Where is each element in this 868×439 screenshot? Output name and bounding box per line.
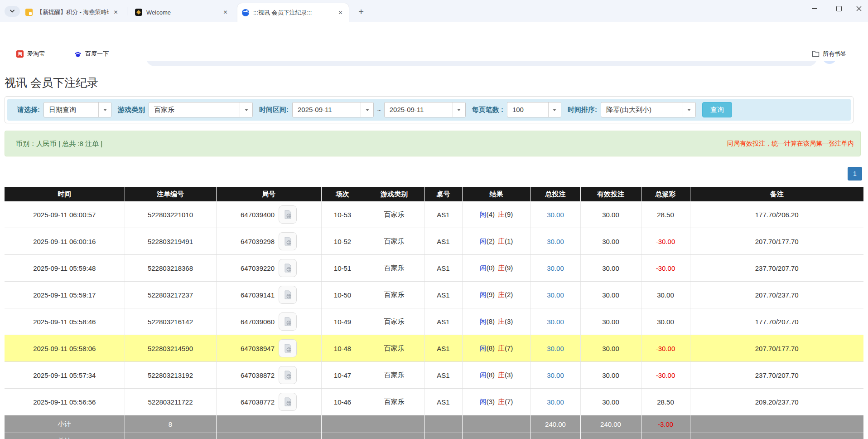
valid-bet-cell: 30.00 bbox=[580, 282, 641, 308]
note-cell: 209.20/237.70 bbox=[690, 389, 863, 415]
game-type-select[interactable]: 百家乐 bbox=[149, 102, 253, 117]
total-bet-link[interactable]: 30.00 bbox=[547, 345, 564, 352]
chevron-down-icon[interactable] bbox=[361, 102, 373, 117]
time-sort-value: 降幂(由大到小) bbox=[601, 102, 683, 117]
round-id: 647039298 bbox=[241, 238, 275, 245]
search-button[interactable]: 查询 bbox=[702, 102, 732, 117]
result-banker: 庄 bbox=[498, 264, 505, 272]
bet-time-cell: 2025-09-11 05:58:06 bbox=[5, 335, 125, 362]
date-from-select[interactable]: 2025-09-11 bbox=[292, 102, 374, 117]
page-size-value: 100 bbox=[507, 102, 548, 117]
summary-empty-cell bbox=[462, 415, 530, 433]
baidu-icon bbox=[74, 50, 82, 58]
summary-empty-cell bbox=[424, 433, 462, 439]
all-bookmarks-button[interactable]: 所有书签 bbox=[809, 49, 849, 59]
summary-empty-cell bbox=[216, 433, 321, 439]
result-player-value: (0) bbox=[487, 264, 495, 272]
filter-panel: 请选择: 日期查询 游戏类别 百家乐 时间区间: 2025-09-11 ~ 20… bbox=[5, 96, 854, 123]
close-icon[interactable]: ✕ bbox=[112, 9, 120, 16]
video-record-icon bbox=[283, 263, 293, 273]
summary-empty-cell bbox=[321, 433, 364, 439]
total-bet-link[interactable]: 30.00 bbox=[547, 318, 564, 326]
bookmark-taobao[interactable]: 淘 爱淘宝 bbox=[14, 49, 48, 59]
result-banker: 庄 bbox=[498, 398, 505, 405]
video-record-button[interactable] bbox=[279, 232, 297, 250]
bookmarks-divider bbox=[803, 50, 803, 58]
total-bet-link[interactable]: 30.00 bbox=[547, 291, 564, 299]
result-cell: 闲(8)庄(3) bbox=[462, 362, 530, 389]
result-player: 闲 bbox=[480, 317, 487, 325]
minimize-button[interactable] bbox=[805, 2, 825, 15]
bet-time-cell: 2025-09-11 06:00:57 bbox=[5, 201, 125, 228]
header-session: 场次 bbox=[321, 187, 364, 201]
bookmarks-bar: 淘 爱淘宝 百度一下 所有书签 bbox=[0, 47, 868, 61]
date-to-select[interactable]: 2025-09-11 bbox=[384, 102, 466, 117]
video-record-button[interactable] bbox=[279, 312, 297, 331]
new-tab-button[interactable]: + bbox=[355, 6, 367, 18]
video-record-button[interactable] bbox=[279, 393, 297, 411]
chevron-down-icon[interactable] bbox=[453, 102, 465, 117]
tab-divider bbox=[127, 7, 127, 15]
result-player: 闲 bbox=[480, 291, 487, 298]
date-from-value: 2025-09-11 bbox=[293, 102, 361, 117]
video-record-button[interactable] bbox=[279, 339, 297, 357]
chevron-down-icon[interactable] bbox=[240, 102, 252, 117]
bet-time-cell: 2025-09-11 05:59:48 bbox=[5, 255, 125, 282]
table-row: 2025-09-11 06:00:57 522803221010 6470394… bbox=[5, 201, 863, 228]
total-bet-cell: 30.00 bbox=[530, 335, 580, 362]
table-row: 2025-09-11 05:56:56 522803211722 6470387… bbox=[5, 389, 863, 415]
chevron-down-icon bbox=[10, 10, 15, 13]
window-close-button[interactable] bbox=[849, 2, 868, 15]
game-type-cell: 百家乐 bbox=[364, 389, 424, 415]
total-bet-link[interactable]: 30.00 bbox=[547, 264, 564, 272]
payout-cell: -30.00 bbox=[641, 362, 690, 389]
tab-forum[interactable]: 【新提醒】积分 - 海燕策略论坛 ✕ bbox=[21, 4, 124, 20]
query-type-select[interactable]: 日期查询 bbox=[43, 102, 111, 117]
header-time: 时间 bbox=[5, 187, 125, 201]
result-banker: 庄 bbox=[498, 317, 505, 325]
maximize-button[interactable] bbox=[829, 2, 849, 15]
query-type-value: 日期查询 bbox=[44, 102, 98, 117]
tab-search-button[interactable] bbox=[5, 6, 20, 17]
table-row: 2025-09-11 05:58:06 522803214590 6470389… bbox=[5, 335, 863, 362]
close-icon[interactable]: ✕ bbox=[337, 9, 344, 17]
session-cell: 10-49 bbox=[321, 308, 364, 335]
note-cell: 177.70/207.70 bbox=[690, 308, 863, 335]
tab-title: Welcome bbox=[146, 9, 219, 16]
page-size-select[interactable]: 100 bbox=[507, 102, 561, 117]
game-type-cell: 百家乐 bbox=[364, 362, 424, 389]
summary-notice-bar: 币别：人民币 | 总共 :8 注单 | 同局有效投注，统一计算在该局第一张注单内 bbox=[5, 131, 861, 156]
game-type-value: 百家乐 bbox=[149, 102, 240, 117]
header-game-type: 游戏类别 bbox=[364, 187, 424, 201]
time-range-label: 时间区间: bbox=[259, 106, 289, 114]
page-1-button[interactable]: 1 bbox=[848, 167, 862, 180]
video-record-button[interactable] bbox=[279, 286, 297, 304]
bookmark-baidu[interactable]: 百度一下 bbox=[72, 49, 111, 59]
result-player-value: (8) bbox=[487, 344, 495, 352]
video-record-button[interactable] bbox=[279, 259, 297, 277]
bookmark-label: 爱淘宝 bbox=[27, 50, 45, 58]
table-no-cell: AS1 bbox=[424, 335, 462, 362]
video-record-button[interactable] bbox=[279, 366, 297, 384]
time-sort-label: 时间排序: bbox=[568, 106, 597, 114]
table-no-cell: AS1 bbox=[424, 308, 462, 335]
total-bet-link[interactable]: 30.00 bbox=[547, 238, 564, 245]
close-icon[interactable]: ✕ bbox=[222, 9, 229, 16]
bet-id-cell: 522803218368 bbox=[125, 255, 216, 282]
chevron-down-icon[interactable] bbox=[683, 102, 695, 117]
chevron-down-icon[interactable] bbox=[98, 102, 111, 117]
time-sort-select[interactable]: 降幂(由大到小) bbox=[601, 102, 696, 117]
payout-cell: -30.00 bbox=[641, 335, 690, 362]
table-row: 2025-09-11 06:00:16 522803219491 6470392… bbox=[5, 228, 863, 255]
total-bet-link[interactable]: 30.00 bbox=[547, 398, 564, 406]
total-bet-link[interactable]: 30.00 bbox=[547, 211, 564, 219]
total-bet-link[interactable]: 30.00 bbox=[547, 371, 564, 379]
header-table-no: 桌号 bbox=[424, 187, 462, 201]
tab-bet-record-active[interactable]: :::视讯 会员下注纪录::: ✕ bbox=[237, 3, 349, 22]
valid-bet-cell: 30.00 bbox=[580, 255, 641, 282]
subtotal-payout: -3.00 bbox=[641, 415, 690, 433]
video-record-button[interactable] bbox=[279, 205, 297, 224]
chevron-down-icon[interactable] bbox=[548, 102, 561, 117]
subtotal-count: 8 bbox=[125, 415, 216, 433]
tab-welcome[interactable]: Welcome ✕ bbox=[130, 4, 234, 20]
